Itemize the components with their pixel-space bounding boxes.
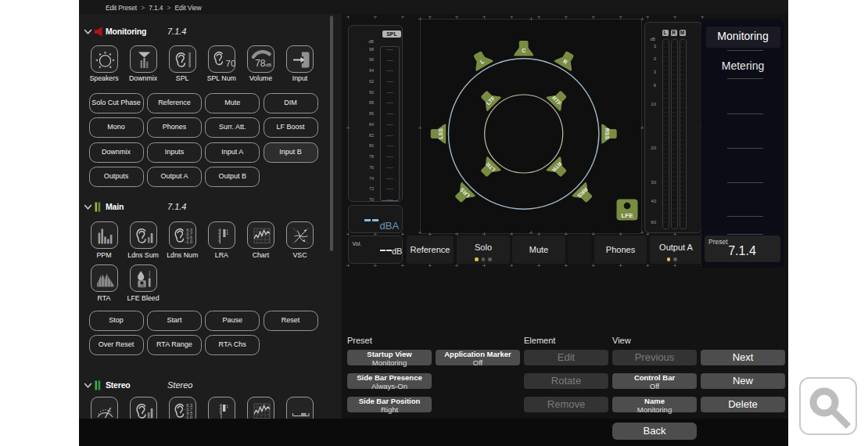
svg-text:LFE: LFE	[621, 212, 633, 219]
svg-text:dB: dB	[265, 63, 271, 67]
svg-text:LFE: LFE	[139, 285, 145, 288]
svg-text:RSS: RSS	[604, 128, 610, 140]
svg-text:78: 78	[255, 58, 266, 69]
svg-text:C: C	[522, 48, 525, 53]
svg-text:LSS: LSS	[438, 128, 443, 139]
svg-text:70: 70	[225, 58, 235, 67]
svg-text:-1.0: -1.0	[185, 239, 192, 244]
